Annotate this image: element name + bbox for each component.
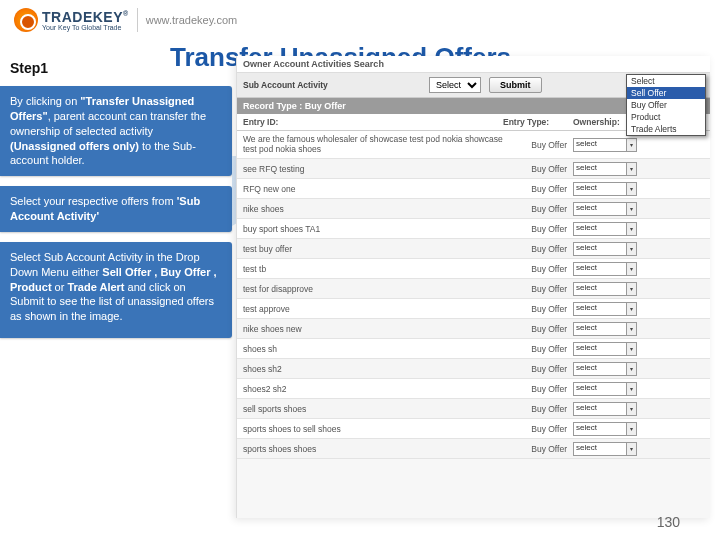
row-type: Buy Offer: [503, 404, 573, 414]
row-title: test buy offer: [243, 244, 503, 254]
chevron-down-icon[interactable]: ▾: [627, 302, 637, 316]
row-type: Buy Offer: [503, 344, 573, 354]
ownership-select[interactable]: select: [573, 362, 627, 376]
row-type: Buy Offer: [503, 184, 573, 194]
row-type: Buy Offer: [503, 264, 573, 274]
row-title: test tb: [243, 264, 503, 274]
row-type: Buy Offer: [503, 304, 573, 314]
chevron-down-icon[interactable]: ▾: [627, 202, 637, 216]
ownership-select[interactable]: select: [573, 402, 627, 416]
callout-transfer-unassigned: By clicking on "Transfer Unassigned Offe…: [0, 86, 232, 176]
table-row: shoes2 sh2Buy Offerselect▾: [237, 379, 710, 399]
chevron-down-icon[interactable]: ▾: [627, 282, 637, 296]
chevron-down-icon[interactable]: ▾: [627, 422, 637, 436]
table-row: test approveBuy Offerselect▾: [237, 299, 710, 319]
row-title: test approve: [243, 304, 503, 314]
chevron-down-icon[interactable]: ▾: [627, 182, 637, 196]
dropdown-option[interactable]: Sell Offer: [627, 87, 705, 99]
row-type: Buy Offer: [503, 284, 573, 294]
row-title: see RFQ testing: [243, 164, 503, 174]
row-title: We are the famous wholesaler of showcase…: [243, 135, 503, 154]
table-row: sports shoes to sell shoesBuy Offerselec…: [237, 419, 710, 439]
chevron-down-icon[interactable]: ▾: [627, 342, 637, 356]
ownership-select[interactable]: select: [573, 242, 627, 256]
dropdown-option[interactable]: Buy Offer: [627, 99, 705, 111]
row-title: sell sports shoes: [243, 404, 503, 414]
submit-button[interactable]: Submit: [489, 77, 542, 93]
dropdown-option[interactable]: Select: [627, 75, 705, 87]
dropdown-option[interactable]: Trade Alerts: [627, 123, 705, 135]
col-entry-id: Entry ID:: [243, 117, 503, 127]
ownership-select[interactable]: select: [573, 222, 627, 236]
ownership-select[interactable]: select: [573, 182, 627, 196]
chevron-down-icon[interactable]: ▾: [627, 362, 637, 376]
ownership-select[interactable]: select: [573, 382, 627, 396]
logo-text: TRADEKEY®: [42, 9, 129, 25]
ownership-select[interactable]: select: [573, 262, 627, 276]
chevron-down-icon[interactable]: ▾: [627, 162, 637, 176]
ownership-select[interactable]: select: [573, 322, 627, 336]
header: TRADEKEY® Your Key To Global Trade www.t…: [0, 0, 720, 36]
row-type: Buy Offer: [503, 424, 573, 434]
ownership-select[interactable]: select: [573, 202, 627, 216]
ownership-select[interactable]: select: [573, 162, 627, 176]
table-row: shoes shBuy Offerselect▾: [237, 339, 710, 359]
chevron-down-icon[interactable]: ▾: [627, 222, 637, 236]
callout-dropdown-instruction: Select Sub Account Activity in the Drop …: [0, 242, 232, 338]
row-title: shoes2 sh2: [243, 384, 503, 394]
logo-mark-icon: [14, 8, 38, 32]
row-title: nike shoes new: [243, 324, 503, 334]
ownership-select[interactable]: select: [573, 442, 627, 456]
chevron-down-icon[interactable]: ▾: [627, 322, 637, 336]
table-row: test tbBuy Offerselect▾: [237, 259, 710, 279]
ownership-select[interactable]: select: [573, 422, 627, 436]
table-row: see RFQ testingBuy Offerselect▾: [237, 159, 710, 179]
callouts: By clicking on "Transfer Unassigned Offe…: [0, 86, 232, 348]
row-title: nike shoes: [243, 204, 503, 214]
table-row: RFQ new oneBuy Offerselect▾: [237, 179, 710, 199]
callout-select-offers: Select your respective offers from 'Sub …: [0, 186, 232, 232]
row-title: shoes sh: [243, 344, 503, 354]
divider: [137, 8, 138, 32]
chevron-down-icon[interactable]: ▾: [627, 382, 637, 396]
row-type: Buy Offer: [503, 204, 573, 214]
chevron-down-icon[interactable]: ▾: [627, 138, 637, 152]
table-row: sports shoes shoesBuy Offerselect▾: [237, 439, 710, 459]
chevron-down-icon[interactable]: ▾: [627, 242, 637, 256]
ownership-select[interactable]: select: [573, 302, 627, 316]
sub-account-activity-select[interactable]: Select: [429, 77, 481, 93]
row-title: test for disapprove: [243, 284, 503, 294]
row-type: Buy Offer: [503, 364, 573, 374]
filter-bar: Sub Account Activity Select Submit Total…: [237, 73, 710, 98]
activity-dropdown-open[interactable]: Select Sell Offer Buy Offer Product Trad…: [626, 74, 706, 136]
row-type: Buy Offer: [503, 224, 573, 234]
page-number: 130: [657, 514, 680, 530]
tradekey-logo: TRADEKEY® Your Key To Global Trade: [14, 8, 129, 32]
table-row: sell sports shoesBuy Offerselect▾: [237, 399, 710, 419]
row-type: Buy Offer: [503, 444, 573, 454]
screenshot-header: Owner Account Activities Search: [237, 56, 710, 73]
site-url: www.tradekey.com: [146, 14, 238, 26]
col-entry-type: Entry Type:: [503, 117, 573, 127]
row-type: Buy Offer: [503, 164, 573, 174]
chevron-down-icon[interactable]: ▾: [627, 262, 637, 276]
row-title: sports shoes to sell shoes: [243, 424, 503, 434]
row-type: Buy Offer: [503, 324, 573, 334]
sub-account-activity-label: Sub Account Activity: [243, 80, 328, 90]
ownership-select[interactable]: select: [573, 282, 627, 296]
table-row: nike shoes newBuy Offerselect▾: [237, 319, 710, 339]
ownership-select[interactable]: select: [573, 138, 627, 152]
row-type: Buy Offer: [503, 244, 573, 254]
row-type: Buy Offer: [503, 384, 573, 394]
row-title: RFQ new one: [243, 184, 503, 194]
step-label: Step1: [10, 60, 48, 76]
dropdown-option[interactable]: Product: [627, 111, 705, 123]
embedded-screenshot: Owner Account Activities Search Sub Acco…: [236, 56, 710, 518]
chevron-down-icon[interactable]: ▾: [627, 402, 637, 416]
row-title: sports shoes shoes: [243, 444, 503, 454]
row-title: shoes sh2: [243, 364, 503, 374]
table-body: We are the famous wholesaler of showcase…: [237, 131, 710, 459]
table-row: test for disapproveBuy Offerselect▾: [237, 279, 710, 299]
ownership-select[interactable]: select: [573, 342, 627, 356]
chevron-down-icon[interactable]: ▾: [627, 442, 637, 456]
